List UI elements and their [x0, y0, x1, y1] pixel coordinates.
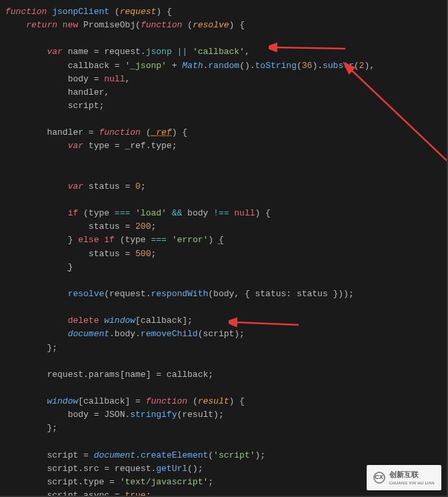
- watermark-icon: CX: [373, 472, 385, 484]
- function-name: jsonpClient: [52, 7, 109, 17]
- param: resolve: [193, 20, 229, 30]
- watermark-subtext: CHUANG XIN HU LIAN: [389, 480, 435, 486]
- ctor: PromiseObj(: [83, 20, 141, 30]
- watermark-badge: CX 创新互联 CHUANG XIN HU LIAN: [367, 465, 441, 490]
- code-block: function jsonpClient (request) { return …: [5, 5, 441, 497]
- watermark-text: 创新互联: [389, 469, 435, 480]
- code-content: function jsonpClient (request) { return …: [5, 5, 441, 497]
- keyword-var: var: [47, 47, 62, 57]
- keyword-new: new: [63, 20, 78, 30]
- keyword-return: return: [26, 20, 57, 30]
- keyword-function: function: [5, 7, 47, 17]
- keyword-function: function: [141, 20, 182, 30]
- param: request: [120, 7, 157, 17]
